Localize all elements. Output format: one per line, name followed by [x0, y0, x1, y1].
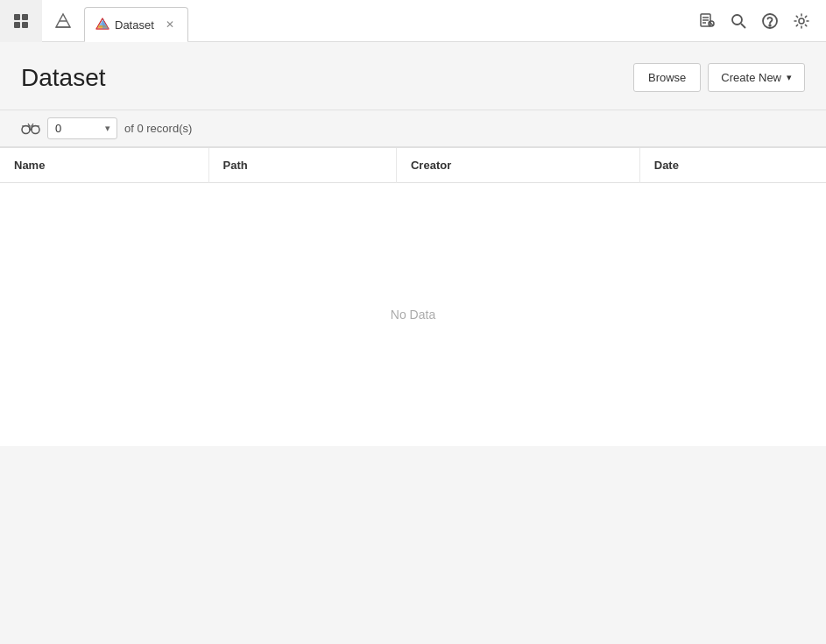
filter-select[interactable]: 0: [47, 117, 117, 139]
pyramid-icon-button[interactable]: [42, 0, 84, 42]
help-icon-button[interactable]: [756, 7, 784, 35]
header-buttons: Browse Create New: [633, 63, 805, 92]
no-data-container: No Data: [0, 183, 826, 446]
svg-rect-3: [22, 22, 28, 28]
toolbar-left: Dataset ✕: [0, 0, 188, 41]
binoculars-svg: [21, 119, 40, 135]
tab-close-button[interactable]: ✕: [163, 18, 177, 32]
help-icon: [761, 12, 779, 30]
toolbar-right: [693, 7, 826, 35]
svg-line-18: [741, 24, 745, 28]
docs-icon: [698, 12, 716, 30]
svg-point-20: [769, 25, 771, 26]
grid-icon: [12, 12, 30, 30]
create-new-button[interactable]: Create New: [708, 63, 805, 92]
page-header: Dataset Browse Create New: [0, 42, 826, 110]
col-header-path: Path: [208, 148, 396, 183]
filter-select-wrapper: 0 ▾: [47, 117, 117, 139]
svg-rect-2: [14, 22, 20, 28]
svg-rect-1: [22, 14, 28, 20]
col-header-name: Name: [0, 148, 208, 183]
top-toolbar: Dataset ✕: [0, 0, 826, 42]
svg-point-21: [799, 18, 804, 24]
filter-binoculars-icon: [21, 119, 40, 138]
tab-dataset-label: Dataset: [115, 18, 154, 32]
filter-bar: 0 ▾ of 0 record(s): [0, 110, 826, 147]
svg-point-23: [32, 125, 39, 133]
table-container: NamePathCreatorDate No Data: [0, 147, 826, 446]
col-header-date: Date: [639, 148, 826, 183]
dataset-tab-icon: [95, 18, 109, 32]
svg-point-17: [732, 15, 742, 25]
docs-icon-button[interactable]: [693, 7, 721, 35]
pyramid-icon: [54, 12, 72, 30]
main-content: Dataset Browse Create New 0 ▾ of 0: [0, 42, 826, 446]
svg-point-22: [22, 125, 30, 133]
tab-dataset[interactable]: Dataset ✕: [84, 7, 188, 42]
page-title: Dataset: [21, 64, 106, 92]
search-icon-button[interactable]: [724, 7, 752, 35]
record-count: of 0 record(s): [124, 122, 192, 135]
grid-icon-button[interactable]: [0, 0, 42, 42]
no-data-message: No Data: [391, 308, 435, 322]
data-table: NamePathCreatorDate: [0, 148, 826, 183]
settings-icon-button[interactable]: [787, 7, 815, 35]
table-header-row: NamePathCreatorDate: [0, 148, 826, 183]
col-header-creator: Creator: [396, 148, 639, 183]
search-icon: [730, 12, 747, 30]
svg-rect-0: [14, 14, 20, 20]
gear-icon: [793, 12, 810, 30]
browse-button[interactable]: Browse: [633, 63, 701, 92]
tab-bar: Dataset ✕: [84, 0, 188, 41]
